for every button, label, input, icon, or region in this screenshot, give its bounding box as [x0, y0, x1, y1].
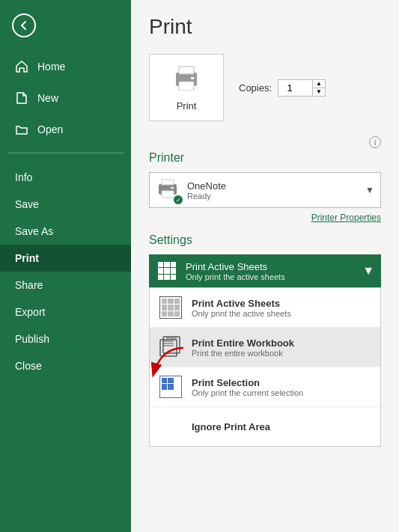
new-icon — [13, 90, 30, 106]
open-icon — [13, 121, 30, 138]
printer-name: OneNote — [187, 180, 365, 192]
dropdown-item-ignore-print-area[interactable]: Ignore Print Area — [150, 407, 380, 446]
sidebar-item-save-as[interactable]: Save As — [0, 218, 131, 245]
sidebar-item-home[interactable]: Home — [7, 51, 124, 82]
sidebar-item-home-label: Home — [37, 61, 65, 73]
copies-input-wrap: ▲ ▼ — [278, 79, 326, 97]
back-icon — [12, 13, 36, 37]
settings-dropdown-list: Print Active Sheets Only print the activ… — [149, 287, 381, 447]
dropdown-item-entire-workbook[interactable]: Print Entire Workbook Print the entire w… — [150, 328, 380, 367]
copies-input[interactable] — [278, 80, 312, 96]
printer-icon — [171, 64, 201, 96]
svg-rect-1 — [179, 82, 194, 91]
back-button[interactable] — [0, 0, 131, 51]
selected-item-desc: Only print the active sheets — [186, 272, 362, 281]
printer-info: OneNote Ready — [187, 180, 365, 201]
sidebar-item-save[interactable]: Save — [0, 191, 131, 218]
printer-properties-link[interactable]: Printer Properties — [149, 213, 381, 223]
dropdown-item-selection[interactable]: Print Selection Only print the current s… — [150, 367, 380, 407]
settings-section-header: Settings — [149, 233, 381, 247]
info-icon[interactable]: i — [369, 136, 381, 148]
active-sheets-selected-icon — [156, 260, 178, 282]
sidebar: Home New Open Info Save — [0, 0, 131, 532]
print-button-label: Print — [177, 100, 197, 111]
page-title: Print — [149, 15, 381, 39]
sidebar-item-open[interactable]: Open — [7, 114, 124, 145]
copies-down-button[interactable]: ▼ — [313, 88, 325, 96]
ignore-print-area-title: Ignore Print Area — [192, 421, 373, 432]
selection-desc: Only print the current selection — [192, 388, 373, 397]
sidebar-item-new[interactable]: New — [7, 82, 124, 114]
copies-up-button[interactable]: ▲ — [313, 80, 325, 88]
home-icon — [13, 58, 30, 75]
sidebar-top-items: Home New Open — [7, 51, 124, 153]
svg-rect-5 — [162, 191, 174, 198]
active-sheets-text: Print Active Sheets Only print the activ… — [192, 298, 373, 318]
svg-rect-6 — [162, 180, 174, 185]
copies-area: Copies: ▲ ▼ — [239, 79, 326, 97]
main-content: Print Print Copies: ▲ ▼ — [131, 0, 399, 532]
copies-spin-buttons: ▲ ▼ — [312, 80, 325, 96]
selected-item-text: Print Active Sheets Only print the activ… — [186, 261, 362, 281]
entire-workbook-icon — [157, 334, 184, 361]
copies-label: Copies: — [239, 82, 272, 94]
printer-section-header: Printer — [149, 151, 381, 165]
sidebar-item-close[interactable]: Close — [0, 352, 131, 379]
ignore-print-area-icon — [157, 413, 184, 440]
svg-rect-2 — [179, 67, 194, 74]
print-button[interactable]: Print — [149, 54, 224, 121]
sidebar-item-export[interactable]: Export — [0, 299, 131, 325]
entire-workbook-desc: Print the entire workbook — [192, 349, 373, 358]
settings-dropdown-arrow: ▼ — [362, 264, 374, 278]
sidebar-item-share[interactable]: Share — [0, 272, 131, 299]
sidebar-item-print[interactable]: Print — [0, 245, 131, 272]
dropdown-item-active-sheets[interactable]: Print Active Sheets Only print the activ… — [150, 288, 380, 328]
printer-status: Ready — [187, 192, 365, 201]
sidebar-item-open-label: Open — [37, 123, 63, 135]
selection-title: Print Selection — [192, 377, 373, 388]
printer-ready-icon: ✓ — [174, 195, 183, 204]
sidebar-item-publish[interactable]: Publish — [0, 325, 131, 352]
settings-dropdown-selected[interactable]: Print Active Sheets Only print the activ… — [149, 254, 381, 287]
info-row: i — [149, 136, 381, 148]
printer-icon-wrap: ✓ — [156, 177, 180, 203]
active-sheets-desc: Only print the active sheets — [192, 309, 373, 318]
ignore-print-area-text: Ignore Print Area — [192, 421, 373, 432]
print-controls: Print Copies: ▲ ▼ — [149, 54, 381, 121]
active-sheets-title: Print Active Sheets — [192, 298, 373, 309]
printer-dropdown[interactable]: ✓ OneNote Ready ▼ — [149, 172, 381, 208]
svg-rect-3 — [191, 77, 194, 79]
sidebar-menu: Info Save Save As Print Share Export Pub… — [0, 161, 131, 382]
selection-icon — [157, 373, 184, 400]
sidebar-item-new-label: New — [37, 92, 58, 104]
active-sheets-icon — [157, 294, 184, 321]
svg-rect-7 — [171, 187, 174, 189]
sidebar-item-info[interactable]: Info — [0, 164, 131, 191]
entire-workbook-text: Print Entire Workbook Print the entire w… — [192, 337, 373, 358]
selection-text: Print Selection Only print the current s… — [192, 377, 373, 397]
printer-dropdown-arrow: ▼ — [365, 185, 374, 195]
selected-item-title: Print Active Sheets — [186, 261, 362, 272]
entire-workbook-title: Print Entire Workbook — [192, 337, 373, 349]
